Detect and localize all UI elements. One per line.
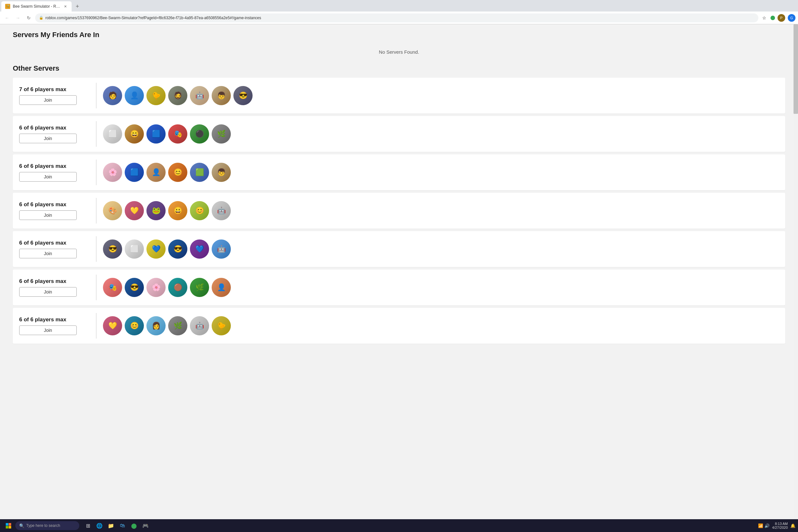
browser-toolbar-right: ☆ P G xyxy=(760,14,795,22)
no-servers-text: No Servers Found. xyxy=(13,43,785,64)
server-card: 6 of 6 players maxJoin😎⬜💙😎💙🤖 xyxy=(13,231,785,267)
start-button[interactable] xyxy=(3,520,14,531)
avatar[interactable]: 🤖 xyxy=(190,316,209,335)
join-button[interactable]: Join xyxy=(19,172,77,182)
task-view-button[interactable]: ⊞ xyxy=(83,521,93,530)
avatar[interactable]: 🐤 xyxy=(147,86,166,105)
active-tab[interactable]: 🐝 Bee Swarm Simulator - Roblo... ✕ xyxy=(1,1,72,12)
avatar[interactable]: 🧑 xyxy=(103,86,122,105)
taskbar: 🔍 Type here to search ⊞ 🌐 📁 🛍 ⬤ 🎮 📶 🔊 8:… xyxy=(0,519,798,532)
avatar[interactable]: 🌿 xyxy=(168,316,187,335)
join-button[interactable]: Join xyxy=(19,287,77,297)
bookmark-icon[interactable]: ☆ xyxy=(760,14,768,22)
new-tab-button[interactable]: + xyxy=(73,2,82,11)
divider xyxy=(96,274,97,300)
server-card: 7 of 6 players maxJoin🧑👤🐤🧔🤖👦😎 xyxy=(13,78,785,114)
avatar-list: 🎭😎🌸🟤🌿👤 xyxy=(103,278,231,297)
avatar[interactable]: 🟦 xyxy=(125,163,144,182)
avatar[interactable]: 🤖 xyxy=(212,240,231,259)
avatar[interactable]: 👤 xyxy=(212,278,231,297)
avatar[interactable]: 😊 xyxy=(125,316,144,335)
avatar[interactable]: 👤 xyxy=(125,86,144,105)
tab-close-button[interactable]: ✕ xyxy=(63,4,68,9)
taskbar-search[interactable]: 🔍 Type here to search xyxy=(15,521,79,530)
avatar[interactable]: 💙 xyxy=(147,240,166,259)
scrollbar[interactable] xyxy=(794,24,798,532)
avatar[interactable]: 👦 xyxy=(212,86,231,105)
reload-button[interactable]: ↻ xyxy=(24,14,33,22)
avatar[interactable]: 👦 xyxy=(212,163,231,182)
avatar[interactable]: 🟤 xyxy=(168,278,187,297)
avatar[interactable]: 🟦 xyxy=(147,125,166,144)
avatar[interactable]: 😎 xyxy=(125,278,144,297)
avatar[interactable]: 😀 xyxy=(168,201,187,220)
avatar[interactable]: 🌿 xyxy=(190,278,209,297)
edge-icon[interactable]: 🌐 xyxy=(95,521,104,530)
avatar[interactable]: 🐤 xyxy=(212,316,231,335)
store-icon[interactable]: 🛍 xyxy=(118,521,127,530)
divider xyxy=(96,121,97,147)
server-card: 6 of 6 players maxJoin⬜😄🟦🎭⚫🌿 xyxy=(13,116,785,152)
avatar[interactable]: 💙 xyxy=(190,240,209,259)
join-button[interactable]: Join xyxy=(19,325,77,335)
join-button[interactable]: Join xyxy=(19,95,77,105)
svg-rect-0 xyxy=(6,523,8,526)
divider xyxy=(96,159,97,185)
friends-section-title: Servers My Friends Are In xyxy=(13,31,785,39)
player-count: 6 of 6 players max xyxy=(19,278,90,285)
join-button[interactable]: Join xyxy=(19,134,77,143)
avatar[interactable]: ⬜ xyxy=(103,125,122,144)
extension-icon[interactable]: G xyxy=(788,14,795,22)
avatar[interactable]: 😎 xyxy=(103,240,122,259)
avatar[interactable]: 🎨 xyxy=(103,201,122,220)
explorer-icon[interactable]: 📁 xyxy=(106,521,116,530)
avatar[interactable]: 🌸 xyxy=(103,163,122,182)
avatar-list: ⬜😄🟦🎭⚫🌿 xyxy=(103,125,231,144)
server-info: 6 of 6 players maxJoin xyxy=(19,125,90,143)
address-bar: ← → ↻ 🔒 roblox.com/games/1537690962/Bee-… xyxy=(0,12,798,24)
avatar[interactable]: 🎭 xyxy=(103,278,122,297)
wifi-icon: 📶 xyxy=(758,524,763,528)
divider xyxy=(96,313,97,339)
player-count: 6 of 6 players max xyxy=(19,163,90,169)
server-info: 6 of 6 players maxJoin xyxy=(19,317,90,335)
avatar[interactable]: 🎭 xyxy=(168,125,187,144)
avatar[interactable]: 🤖 xyxy=(212,201,231,220)
avatar[interactable]: 😊 xyxy=(190,201,209,220)
avatar[interactable]: 😄 xyxy=(125,125,144,144)
cast-icon[interactable] xyxy=(771,16,775,20)
avatar[interactable]: 😊 xyxy=(168,163,187,182)
avatar[interactable]: 💛 xyxy=(125,201,144,220)
scrollbar-thumb[interactable] xyxy=(794,24,798,114)
server-card: 6 of 6 players maxJoin🎭😎🌸🟤🌿👤 xyxy=(13,269,785,305)
join-button[interactable]: Join xyxy=(19,210,77,220)
url-bar[interactable]: 🔒 roblox.com/games/1537690962/Bee-Swarm-… xyxy=(35,14,758,22)
divider xyxy=(96,83,97,108)
clock-time: 8:13 AM xyxy=(772,522,788,526)
avatar[interactable]: 😎 xyxy=(233,86,252,105)
avatar[interactable]: 👩 xyxy=(147,316,166,335)
avatar[interactable]: ⬜ xyxy=(125,240,144,259)
avatar[interactable]: 🤖 xyxy=(190,86,209,105)
page-content: Servers My Friends Are In No Servers Fou… xyxy=(0,24,798,532)
forward-button[interactable]: → xyxy=(14,14,22,22)
notification-icon[interactable]: 🔔 xyxy=(790,524,795,528)
avatar-list: 😎⬜💙😎💙🤖 xyxy=(103,240,231,259)
avatar[interactable]: 🌿 xyxy=(212,125,231,144)
join-button[interactable]: Join xyxy=(19,249,77,258)
avatar[interactable]: ⚫ xyxy=(190,125,209,144)
svg-rect-3 xyxy=(8,526,11,529)
avatar[interactable]: 🐸 xyxy=(147,201,166,220)
avatar[interactable]: 👤 xyxy=(147,163,166,182)
chrome-icon[interactable]: ⬤ xyxy=(129,521,139,530)
avatar[interactable]: 🧔 xyxy=(168,86,187,105)
profile-icon[interactable]: P xyxy=(778,14,785,22)
avatar[interactable]: 🌸 xyxy=(147,278,166,297)
clock-date: 4/27/2020 xyxy=(772,526,788,529)
back-button[interactable]: ← xyxy=(3,14,12,22)
avatar[interactable]: 💛 xyxy=(103,316,122,335)
avatar[interactable]: 😎 xyxy=(168,240,187,259)
roblox-icon[interactable]: 🎮 xyxy=(141,521,150,530)
avatar[interactable]: 🟩 xyxy=(190,163,209,182)
volume-icon: 🔊 xyxy=(764,524,770,528)
